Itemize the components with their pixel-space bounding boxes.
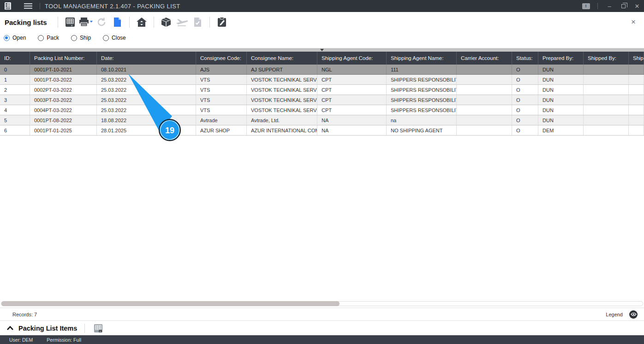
scrollbar-track[interactable] (1, 301, 643, 306)
table-cell: VOSTOK TECHNIKAL SERVICES (247, 75, 317, 84)
table-row[interactable]: 00001PT-10-202108.10.2021AJSAJ SUPPORTNG… (0, 65, 644, 75)
table-row[interactable]: 10001PT-03-202225.03.2022VTSVOSTOK TECHN… (0, 75, 644, 85)
table-cell (457, 115, 512, 125)
table-row[interactable]: 60001PT-01-202528.01.2025AZUR SHOPAZUR I… (0, 125, 644, 136)
table-cell: CPT (317, 95, 387, 105)
table-cell: VOSTOK TECHNIKAL SERVICES (247, 105, 317, 115)
table-cell: Avtrade, Ltd. (247, 115, 317, 125)
table-cell (457, 75, 512, 84)
table-cell: 0002PT-03-2022 (30, 85, 97, 95)
table-cell (629, 75, 644, 84)
statusbar-permission: Permission: Full (47, 337, 81, 343)
column-header[interactable]: Date: (97, 52, 196, 65)
table-cell: Avtrade (196, 115, 247, 125)
table-cell: DUN (538, 65, 584, 74)
table-cell: SHIPPERS RESPONSOBILITY (387, 105, 457, 115)
table-cell: DUN (538, 75, 584, 84)
records-count: Records: 7 (12, 312, 37, 317)
chevron-up-icon[interactable] (6, 324, 15, 333)
package-icon[interactable] (158, 15, 174, 30)
table-cell (629, 105, 644, 115)
table-cell: 0001PT-03-2022 (30, 75, 97, 84)
svg-text:x: x (71, 24, 72, 27)
table-row[interactable]: 30003PT-03-202225.03.2022VTSVOSTOK TECHN… (0, 95, 644, 105)
table-cell (457, 65, 512, 74)
printer-icon[interactable] (78, 15, 94, 30)
feedback-icon[interactable]: ! (579, 0, 593, 12)
table-cell: AZUR INTERNATIONAL COMP... (247, 125, 317, 135)
table-cell: O (512, 105, 538, 115)
airplane-icon (174, 15, 190, 30)
table-cell: AJS (196, 65, 247, 74)
items-export-grid-icon[interactable]: x (90, 321, 106, 336)
column-header[interactable]: ID: (0, 52, 30, 65)
table-cell: VTS (196, 75, 247, 84)
column-header[interactable]: Shipping Agent Name: (387, 52, 457, 65)
column-header[interactable]: Packing List Number: (30, 52, 97, 65)
eye-icon[interactable] (629, 310, 638, 319)
items-panel-title: Packing List Items (18, 325, 77, 332)
export-grid-icon[interactable]: x (62, 15, 78, 30)
radio-circle (71, 35, 77, 41)
printer-dropdown-caret (90, 21, 93, 23)
radio-circle (4, 35, 10, 41)
table-cell: 1 (0, 75, 30, 84)
close-icon[interactable]: ✕ (630, 0, 644, 12)
table-cell: 111 (387, 65, 457, 74)
table-cell (629, 115, 644, 125)
panel-close-icon[interactable]: × (631, 18, 636, 27)
table-cell: VTS (196, 85, 247, 95)
app-clipboard-icon (4, 2, 12, 10)
column-header[interactable]: Carrier Account: (457, 52, 512, 65)
clipboard-edit-icon[interactable] (214, 15, 230, 30)
table-cell (629, 95, 644, 105)
document-check-icon (190, 15, 205, 30)
column-header[interactable]: Consignee Name: (247, 52, 317, 65)
table-cell: NA (317, 125, 387, 135)
column-header[interactable]: Shipping Agent Code: (317, 52, 387, 65)
column-header[interactable]: Shipped By: (584, 52, 629, 65)
table-cell: O (512, 115, 538, 125)
table-cell: 6 (0, 125, 30, 135)
radio-pack[interactable]: Pack (38, 35, 59, 41)
radio-ship[interactable]: Ship (71, 35, 91, 41)
table-cell: 25.03.2022 (97, 75, 196, 84)
splitter-handle[interactable] (0, 48, 644, 52)
table-cell: 0001PT-08-2022 (30, 115, 97, 125)
table-empty-area (0, 136, 644, 300)
new-document-icon[interactable] (109, 15, 125, 30)
status-filter-group: Open Pack Ship Close (0, 32, 644, 43)
radio-open[interactable]: Open (4, 35, 26, 41)
table-row[interactable]: 50001PT-08-202218.08.2022AvtradeAvtrade,… (0, 115, 644, 125)
home-icon[interactable] (134, 15, 149, 30)
table-row[interactable]: 20002PT-03-202225.03.2022VTSVOSTOK TECHN… (0, 85, 644, 95)
window-title: TOOL MANAGEMENT 2.1.407 - PACKING LIST (45, 3, 180, 10)
horizontal-scrollbar (0, 300, 644, 308)
table-cell (584, 105, 629, 115)
hamburger-menu-icon[interactable] (21, 0, 35, 12)
panel-title: Packing lists (5, 18, 47, 26)
table-cell: NO SHIPPING AGENT (387, 125, 457, 135)
refresh-icon (94, 15, 109, 30)
table-cell: 25.03.2022 (97, 105, 196, 115)
legend-label[interactable]: Legend (606, 312, 623, 317)
column-header[interactable]: Status: (512, 52, 538, 65)
table-cell (584, 75, 629, 84)
radio-close[interactable]: Close (103, 35, 126, 41)
table-cell: AJ SUPPORT (247, 65, 317, 74)
table-cell (457, 85, 512, 95)
table-cell: 0001PT-10-2021 (30, 65, 97, 74)
table-cell: CPT (317, 105, 387, 115)
scrollbar-thumb[interactable] (1, 301, 340, 306)
column-header[interactable]: Prepared By: (538, 52, 584, 65)
column-header[interactable]: Consignee Code: (196, 52, 247, 65)
restore-icon[interactable] (616, 0, 630, 12)
table-row[interactable]: 40004PT-03-202225.03.2022VTSVOSTOK TECHN… (0, 105, 644, 115)
table-cell (584, 85, 629, 95)
minimize-icon[interactable]: – (602, 0, 616, 12)
table-cell: 28.01.2025 (97, 125, 196, 135)
column-header[interactable]: Shipp (629, 52, 644, 65)
titlebar-separator (40, 3, 40, 9)
table-cell: O (512, 65, 538, 74)
splitter-collapse-icon (320, 49, 324, 51)
